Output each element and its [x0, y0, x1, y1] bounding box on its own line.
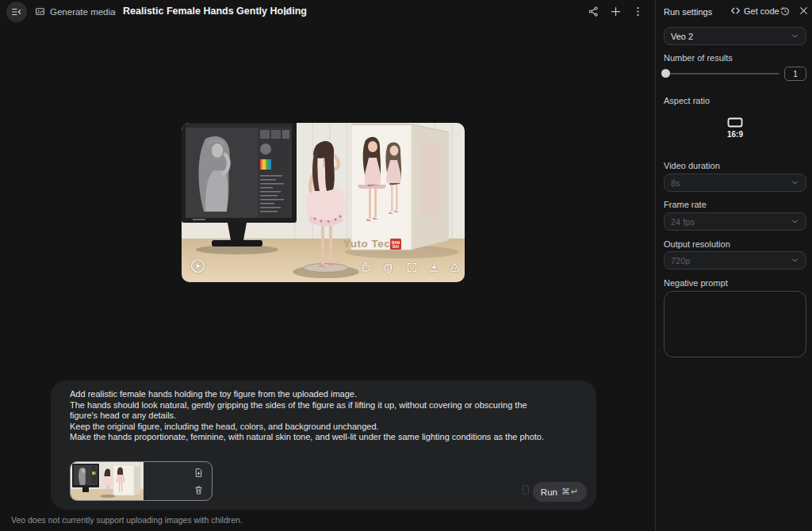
results-label: Number of results: [664, 53, 733, 63]
download-button[interactable]: [428, 262, 440, 273]
thumbs-up-button[interactable]: [359, 261, 372, 273]
page-title[interactable]: Realistic Female Hands Gently Holding: [123, 6, 307, 17]
duration-label: Video duration: [664, 161, 720, 170]
run-settings-panel: Run settings Get code Veo 2: [655, 0, 812, 531]
run-shortcut: ⌘↵: [561, 487, 579, 497]
fullscreen-button[interactable]: [406, 262, 418, 273]
footer-notice: Veo does not currently support uploading…: [11, 515, 243, 525]
negative-prompt-input[interactable]: [664, 291, 806, 357]
attachment-chip[interactable]: [70, 461, 213, 501]
resolution-select[interactable]: 720p: [664, 251, 806, 269]
results-slider[interactable]: [665, 73, 779, 74]
duration-select[interactable]: 8s: [664, 174, 806, 192]
chevron-down-icon: [791, 256, 799, 265]
results-value: 1: [793, 70, 798, 78]
resolution-value: 720p: [671, 256, 690, 266]
attachment-thumbnail-image: [71, 462, 144, 500]
model-select[interactable]: Veo 2: [664, 27, 806, 45]
aspect-value: 16:9: [719, 130, 751, 139]
close-icon: [799, 6, 809, 16]
breadcrumb[interactable]: Generate media: [35, 6, 115, 17]
aspect-label: Aspect ratio: [664, 96, 710, 105]
share-button[interactable]: [588, 6, 599, 17]
safety-report-button[interactable]: [449, 262, 461, 273]
code-icon: [730, 6, 741, 16]
edit-title-button[interactable]: [282, 6, 293, 17]
chevron-down-icon: [791, 217, 799, 226]
framerate-select[interactable]: 24 fps: [664, 212, 806, 231]
share-icon: [588, 6, 599, 17]
run-label: Run: [541, 487, 557, 497]
safety-icon: [449, 262, 461, 273]
chevron-down-icon: [791, 178, 799, 187]
product-box: Yuto Tech BAN DAI: [343, 124, 449, 250]
box-logo-line2: DAI: [393, 245, 399, 249]
model-value: Veo 2: [671, 32, 693, 41]
play-button[interactable]: [190, 258, 206, 274]
get-code-button[interactable]: Get code: [730, 6, 779, 16]
box-logo-line1: BAN: [392, 241, 400, 245]
framerate-value: 24 fps: [671, 217, 695, 227]
panel-title: Run settings: [664, 7, 712, 17]
download-icon: [428, 262, 440, 273]
thumbs-down-button[interactable]: [382, 262, 395, 275]
screen-sculpt-figure: [199, 136, 230, 212]
attach-file-icon: [520, 484, 531, 495]
trash-icon: [193, 485, 204, 495]
get-code-label: Get code: [744, 6, 779, 16]
attachment-delete-button[interactable]: [193, 485, 204, 495]
framerate-label: Frame rate: [664, 200, 707, 209]
pencil-icon: [282, 6, 293, 17]
aspect-16-9-icon: [727, 117, 743, 128]
video-preview[interactable]: Yuto Tech BAN DAI: [182, 123, 465, 282]
collapse-sidebar-button[interactable]: [6, 2, 27, 22]
collapse-menu-icon: [11, 6, 22, 17]
reset-settings-button[interactable]: [779, 6, 791, 17]
resolution-label: Output resolution: [664, 239, 730, 249]
attachment-thumbnail[interactable]: [71, 462, 144, 500]
fullscreen-icon: [406, 262, 418, 273]
chevron-down-icon: [791, 32, 799, 40]
results-value-input[interactable]: 1: [784, 67, 806, 81]
generated-scene-illustration: Yuto Tech BAN DAI: [182, 123, 465, 282]
media-image-icon: [35, 6, 45, 17]
aspect-option-16-9[interactable]: 16:9: [719, 117, 751, 139]
duration-value: 8s: [671, 178, 680, 188]
breadcrumb-separator: ›: [113, 6, 116, 17]
box-title-text: Yuto Tech: [343, 238, 397, 250]
play-icon: [190, 258, 206, 274]
thumbs-up-icon: [359, 261, 372, 273]
negative-prompt-label: Negative prompt: [664, 278, 728, 288]
breadcrumb-label: Generate media: [50, 7, 115, 17]
attachment-file-button[interactable]: [193, 468, 204, 478]
prompt-text[interactable]: Add realistic female hands holding the t…: [70, 389, 558, 443]
attachment-actions: [144, 462, 212, 500]
run-button[interactable]: Run ⌘↵: [533, 482, 587, 502]
reset-history-icon: [779, 6, 791, 17]
new-prompt-button[interactable]: [610, 6, 622, 17]
results-slider-thumb[interactable]: [661, 69, 670, 78]
more-vert-icon: [632, 6, 644, 17]
plus-icon: [610, 6, 622, 17]
file-add-icon: [193, 468, 204, 478]
thumbs-down-icon: [382, 262, 395, 275]
prompt-composer: Add realistic female hands holding the t…: [51, 380, 596, 510]
close-panel-button[interactable]: [799, 6, 809, 16]
attach-media-button[interactable]: [520, 484, 531, 495]
more-options-button[interactable]: [632, 6, 644, 17]
